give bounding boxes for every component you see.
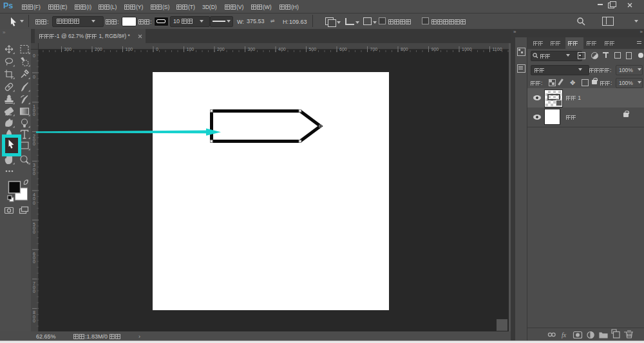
svg-text:fx: fx <box>562 331 567 338</box>
